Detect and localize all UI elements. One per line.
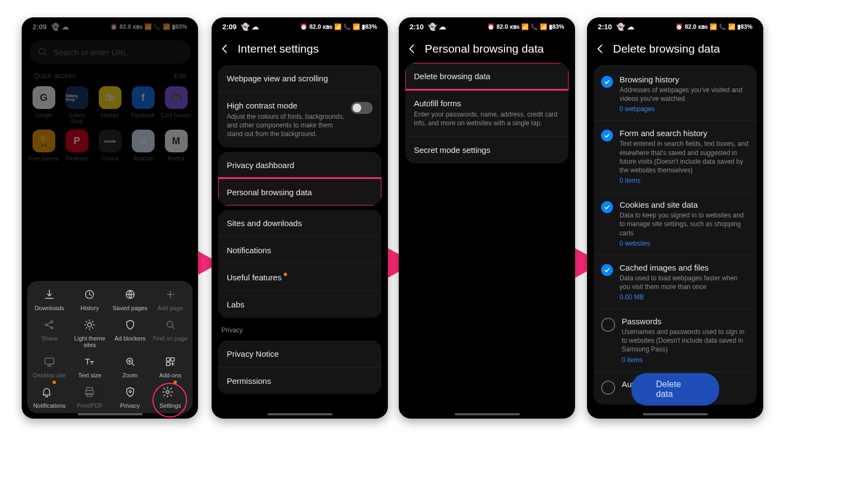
settings-row[interactable]: Notifications bbox=[218, 236, 381, 264]
menu-zoom[interactable]: Zoom bbox=[111, 356, 149, 378]
addons-icon bbox=[164, 356, 176, 368]
settings-row[interactable]: Secret mode settings bbox=[405, 136, 569, 163]
print-icon bbox=[84, 386, 95, 398]
browser-menu-sheet: DownloadsHistorySaved pagesAdd pageShare… bbox=[27, 281, 193, 413]
settings-row[interactable]: Personal browsing data bbox=[218, 178, 381, 206]
settings-header: Internet settings bbox=[212, 36, 388, 61]
checkbox-unchecked-icon[interactable] bbox=[601, 318, 615, 332]
back-icon[interactable] bbox=[595, 43, 607, 55]
home-indicator bbox=[267, 413, 333, 415]
plus-icon bbox=[164, 288, 176, 300]
home-indicator bbox=[78, 413, 143, 415]
svg-point-17 bbox=[129, 390, 131, 393]
settings-header: Delete browsing data bbox=[587, 36, 763, 61]
settings-row[interactable]: Labs bbox=[218, 291, 381, 318]
menu-share[interactable]: Share bbox=[30, 319, 68, 348]
checkbox-unchecked-icon[interactable] bbox=[601, 381, 615, 395]
share-icon bbox=[43, 319, 55, 331]
menu-settings[interactable]: Settings bbox=[151, 386, 189, 409]
status-bar: 2:10👻 ☁ ⏰ 82.0 ᴋʙs 📶 📞 📶 ▮83% bbox=[399, 17, 575, 36]
settings-row[interactable]: Useful features bbox=[218, 264, 381, 291]
text-icon bbox=[84, 356, 95, 368]
menu-print-pdf[interactable]: Print/PDF bbox=[71, 386, 108, 409]
delete-data-item[interactable]: Browsing historyAddresses of webpages yo… bbox=[593, 67, 757, 120]
page-title: Delete browsing data bbox=[613, 42, 720, 55]
menu-text-size[interactable]: Text size bbox=[71, 356, 108, 378]
shield-icon bbox=[124, 319, 136, 331]
menu-find-on-page[interactable]: Find on page bbox=[151, 319, 189, 348]
phone-2-internet-settings: 2:09👻 ☁ ⏰ 82.0 ᴋʙs 📶 📞 📶 ▮83% Internet s… bbox=[212, 17, 388, 419]
privacy-section-label: Privacy bbox=[212, 322, 388, 336]
clock-icon bbox=[84, 288, 95, 300]
svg-point-7 bbox=[88, 323, 92, 326]
desktop-icon bbox=[43, 356, 55, 368]
phone-4-delete-browsing-data: 2:10👻 ☁ ⏰ 82.0 ᴋʙs 📶 📞 📶 ▮83% Delete bro… bbox=[587, 17, 763, 419]
bell-icon bbox=[41, 386, 53, 398]
svg-rect-12 bbox=[171, 357, 174, 361]
settings-header: Personal browsing data bbox=[399, 36, 575, 61]
menu-saved-pages[interactable]: Saved pages bbox=[111, 288, 149, 311]
menu-light-theme-sites[interactable]: Light theme sites bbox=[71, 319, 108, 348]
checkbox-checked-icon[interactable] bbox=[601, 201, 613, 213]
page-title: Internet settings bbox=[238, 42, 318, 55]
checkbox-checked-icon[interactable] bbox=[601, 76, 613, 88]
svg-rect-11 bbox=[167, 357, 170, 361]
svg-rect-9 bbox=[45, 358, 54, 364]
settings-row[interactable]: Sites and downloads bbox=[218, 210, 381, 236]
delete-data-item[interactable]: Cookies and site dataData to keep you si… bbox=[593, 192, 757, 255]
status-bar: 2:10👻 ☁ ⏰ 82.0 ᴋʙs 📶 📞 📶 ▮83% bbox=[587, 17, 763, 36]
settings-row[interactable]: Autofill formsEnter your passwords, name… bbox=[405, 89, 569, 136]
back-icon[interactable] bbox=[406, 43, 418, 55]
status-bar: 2:09👻 ☁ ⏰ 82.0 ᴋʙs 📶 📞 📶 ▮83% bbox=[212, 17, 388, 36]
toggle-switch[interactable] bbox=[351, 102, 373, 114]
settings-row[interactable]: Permissions bbox=[218, 367, 381, 394]
delete-data-item[interactable]: Cached images and filesData used to load… bbox=[593, 255, 757, 309]
menu-add-page[interactable]: Add page bbox=[151, 288, 189, 311]
menu-downloads[interactable]: Downloads bbox=[30, 288, 68, 311]
menu-notifications[interactable]: Notifications bbox=[30, 386, 68, 409]
home-indicator bbox=[643, 413, 708, 415]
settings-row[interactable]: High contrast modeAdjust the colours of … bbox=[218, 92, 381, 147]
menu-desktop-site[interactable]: Desktop site bbox=[30, 356, 68, 378]
phone-3-personal-browsing-data: 2:10👻 ☁ ⏰ 82.0 ᴋʙs 📶 📞 📶 ▮83% Personal b… bbox=[399, 17, 575, 419]
delete-data-item[interactable]: Form and search historyText entered in s… bbox=[593, 120, 757, 192]
svg-rect-13 bbox=[167, 362, 170, 365]
back-icon[interactable] bbox=[219, 43, 231, 55]
settings-row[interactable]: Webpage view and scrolling bbox=[218, 65, 381, 92]
globe-icon bbox=[124, 288, 136, 300]
settings-row[interactable]: Delete browsing data bbox=[405, 63, 569, 89]
svg-rect-16 bbox=[87, 394, 92, 397]
menu-add-ons[interactable]: Add-ons bbox=[151, 356, 189, 378]
checkbox-checked-icon[interactable] bbox=[601, 130, 613, 142]
delete-data-item[interactable]: PasswordsUsernames and passwords used to… bbox=[593, 309, 757, 371]
checkbox-checked-icon[interactable] bbox=[601, 264, 613, 276]
download-icon bbox=[43, 288, 55, 300]
home-indicator bbox=[455, 413, 520, 415]
delete-data-button[interactable]: Delete data bbox=[631, 373, 719, 406]
find-icon bbox=[164, 319, 176, 331]
sun-icon bbox=[84, 319, 95, 331]
menu-ad-blockers[interactable]: Ad blockers bbox=[111, 319, 149, 348]
settings-row[interactable]: Privacy dashboard bbox=[218, 152, 381, 178]
page-title: Personal browsing data bbox=[425, 42, 544, 55]
settings-row[interactable]: Privacy Notice bbox=[218, 341, 381, 367]
menu-privacy[interactable]: Privacy bbox=[111, 386, 149, 409]
svg-rect-14 bbox=[87, 388, 93, 391]
svg-point-8 bbox=[167, 321, 173, 327]
menu-history[interactable]: History bbox=[71, 288, 108, 311]
zoom-icon bbox=[124, 356, 136, 368]
phone-1-browser-menu: 2:09👻 ☁ ⏰ 82.0 ᴋʙs 📶 📞 📶 ▮83% Search or … bbox=[22, 17, 198, 419]
privacy-icon bbox=[124, 386, 136, 398]
